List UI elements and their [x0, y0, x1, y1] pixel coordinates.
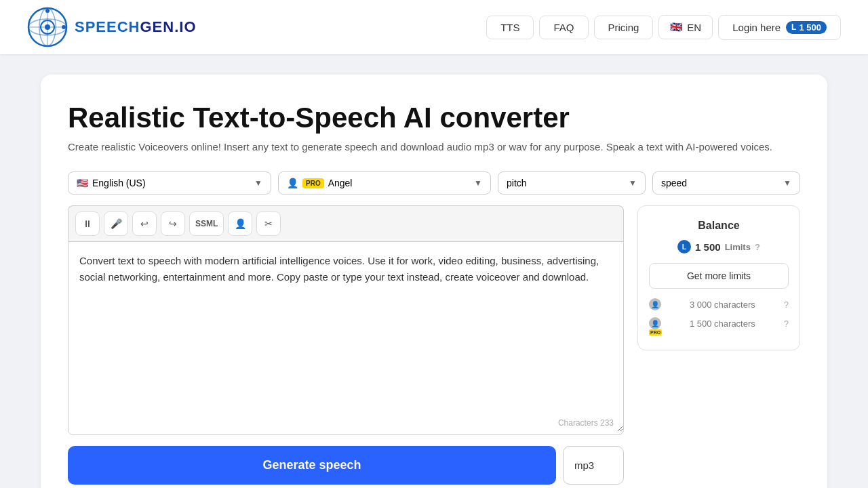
- svg-point-8: [62, 25, 66, 29]
- logo-text: SPEECHGEN.IO: [75, 18, 197, 36]
- pause-button[interactable]: ⏸: [75, 211, 100, 236]
- controls-row: 🇺🇸 English (US) ▼ 👤 PRO Angel ▼ pitch ▼ …: [68, 171, 800, 195]
- cut-button[interactable]: ✂: [256, 211, 281, 236]
- free-user-icon: 👤: [649, 298, 661, 310]
- scissors-icon: ✂: [264, 218, 273, 229]
- speed-label: speed: [661, 178, 687, 188]
- pro-chars-label: 1 500 characters: [690, 319, 755, 329]
- get-more-limits-button[interactable]: Get more limits: [649, 263, 789, 289]
- text-input[interactable]: [68, 242, 623, 432]
- logo-icon: [27, 7, 68, 47]
- pro-user-icon-wrapper: 👤 PRO: [649, 317, 661, 329]
- balance-title: Balance: [649, 220, 789, 232]
- svg-point-7: [45, 9, 50, 13]
- language-nav-button[interactable]: 🇬🇧 EN: [658, 15, 713, 39]
- svg-point-6: [45, 24, 50, 30]
- chevron-down-icon: ▼: [254, 178, 262, 188]
- tts-nav-button[interactable]: TTS: [486, 16, 534, 39]
- limits-label: Limits: [725, 242, 751, 252]
- help-icon[interactable]: ?: [755, 242, 760, 252]
- logo[interactable]: SPEECHGEN.IO: [27, 7, 197, 47]
- format-select[interactable]: mp3 wav: [563, 446, 624, 485]
- page-subtitle: Create realistic Voiceovers online! Inse…: [68, 141, 800, 152]
- flag-icon: 🇬🇧: [670, 21, 683, 33]
- redo-icon: ↪: [169, 218, 177, 229]
- lang-label: EN: [687, 22, 701, 33]
- pitch-label: pitch: [507, 178, 527, 188]
- undo-button[interactable]: ↩: [132, 211, 157, 236]
- voice-button[interactable]: 🎤: [104, 211, 128, 236]
- credit-badge: L 1 500: [786, 21, 827, 34]
- pricing-nav-button[interactable]: Pricing: [594, 16, 654, 39]
- language-label: English (US): [92, 178, 146, 188]
- pause-icon: ⏸: [83, 218, 92, 229]
- ssml-button[interactable]: SSML: [189, 211, 224, 236]
- person-icon: 👤: [287, 178, 298, 188]
- pro-user-icon: 👤: [649, 317, 661, 329]
- content-split: ⏸ 🎤 ↩ ↪ SSML 👤 ✂: [68, 205, 800, 485]
- person-icon: 👤: [235, 218, 246, 229]
- person-button[interactable]: 👤: [228, 211, 252, 236]
- pro-badge-small: PRO: [649, 329, 662, 336]
- microphone-icon: 🎤: [111, 218, 122, 229]
- chevron-down-icon: ▼: [783, 178, 791, 188]
- char-label: Characters: [558, 418, 598, 428]
- chevron-down-icon: ▼: [629, 178, 637, 188]
- pro-badge: PRO: [302, 178, 324, 188]
- speed-select[interactable]: speed ▼: [652, 171, 800, 195]
- header: SPEECHGEN.IO TTS FAQ Pricing 🇬🇧 EN Login…: [0, 0, 868, 54]
- chevron-down-icon: ▼: [474, 178, 482, 188]
- generate-row: Generate speech mp3 wav: [68, 446, 624, 485]
- credit-amount: 1 500: [799, 22, 821, 33]
- free-limit-row: 👤 3 000 characters ?: [649, 298, 789, 310]
- faq-nav-button[interactable]: FAQ: [539, 16, 588, 39]
- redo-button[interactable]: ↪: [161, 211, 185, 236]
- editor-section: ⏸ 🎤 ↩ ↪ SSML 👤 ✂: [68, 205, 624, 485]
- page-title: Realistic Text-to-Speech AI converter: [68, 102, 800, 134]
- balance-amount: L 1 500 Limits ?: [649, 240, 789, 253]
- voice-label: Angel: [328, 178, 353, 188]
- language-select[interactable]: 🇺🇸 English (US) ▼: [68, 171, 271, 195]
- main-content: Realistic Text-to-Speech AI converter Cr…: [27, 75, 841, 488]
- char-count: Characters 233: [558, 418, 614, 428]
- main-card: Realistic Text-to-Speech AI converter Cr…: [41, 75, 827, 488]
- free-help-icon[interactable]: ?: [784, 300, 789, 310]
- generate-speech-button[interactable]: Generate speech: [68, 446, 556, 485]
- char-number: 233: [600, 418, 614, 428]
- balance-icon: L: [677, 240, 691, 253]
- free-chars-label: 3 000 characters: [690, 300, 755, 310]
- login-button[interactable]: Login here L 1 500: [718, 15, 841, 40]
- nav: TTS FAQ Pricing 🇬🇧 EN Login here L 1 500: [486, 15, 841, 40]
- balance-sidebar: Balance L 1 500 Limits ? Get more limits…: [637, 205, 800, 485]
- flag-icon: 🇺🇸: [77, 178, 88, 188]
- voice-select[interactable]: 👤 PRO Angel ▼: [278, 171, 491, 195]
- balance-number: 1 500: [695, 241, 721, 253]
- pitch-select[interactable]: pitch ▼: [498, 171, 646, 195]
- balance-card: Balance L 1 500 Limits ? Get more limits…: [637, 205, 800, 350]
- pro-help-icon[interactable]: ?: [784, 319, 789, 329]
- editor-toolbar: ⏸ 🎤 ↩ ↪ SSML 👤 ✂: [68, 205, 624, 241]
- pro-limit-row: 👤 PRO 1 500 characters ?: [649, 317, 789, 329]
- undo-icon: ↩: [140, 218, 149, 229]
- login-label: Login here: [732, 22, 781, 33]
- text-area-wrapper: Characters 233: [68, 241, 624, 435]
